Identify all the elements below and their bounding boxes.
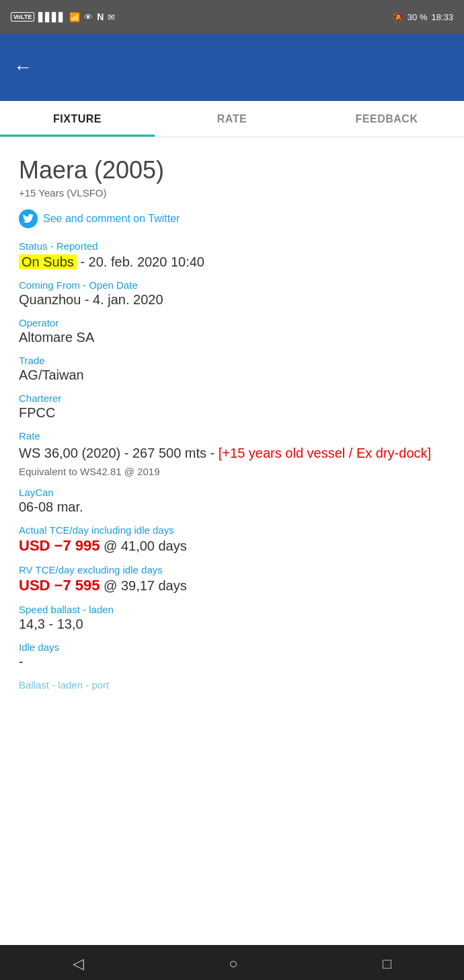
main-content: Maera (2005) +15 Years (VLSFO) See and c… <box>0 137 464 945</box>
idle-days-label: Idle days <box>19 641 445 653</box>
operator-label: Operator <box>19 317 445 328</box>
home-nav-button[interactable]: ○ <box>229 955 237 973</box>
battery-text: 30 % <box>408 12 428 22</box>
rate-equiv: Equivalent to WS42.81 @ 2019 <box>19 466 445 477</box>
idle-days-value: - <box>19 654 445 670</box>
rv-tce-value-line: USD −7 595 @ 39,17 days <box>19 577 445 594</box>
tab-rate[interactable]: RATE <box>155 101 309 137</box>
rate-red-text: [+15 years old vessel / Ex dry-dock] <box>219 446 431 460</box>
wifi-icon: 📶 <box>69 12 80 22</box>
rate-label: Rate <box>19 430 445 442</box>
time-text: 18:33 <box>431 12 453 22</box>
vessel-title: Maera (2005) <box>19 156 445 184</box>
laycan-label: LayCan <box>19 487 445 498</box>
twitter-link-text: See and comment on Twitter <box>43 213 180 225</box>
mute-icon: 🔕 <box>393 12 403 22</box>
on-subs-line: On Subs - 20. feb. 2020 10:40 <box>19 254 445 270</box>
charterer-label: Charterer <box>19 392 445 404</box>
twitter-link[interactable]: See and comment on Twitter <box>19 209 445 228</box>
rv-tce-value: USD −7 595 <box>19 577 100 594</box>
charterer-value: FPCC <box>19 405 445 421</box>
status-bar: VoLTE ▋▋▋▋ 📶 👁 N ✉ 🔕 30 % 18:33 <box>0 0 464 34</box>
tabs-container: FIXTURE RATE FEEDBACK <box>0 101 464 137</box>
on-subs-badge: On Subs <box>19 254 77 269</box>
status-label: Status - Reported <box>19 240 445 252</box>
eye-icon: 👁 <box>84 12 93 22</box>
trade-label: Trade <box>19 355 445 366</box>
speed-value: 14,3 - 13,0 <box>19 617 445 632</box>
nfc-icon: N <box>97 11 104 22</box>
actual-tce-days: @ 41,00 days <box>100 538 186 553</box>
rate-value: WS 36,00 (2020) - 267 500 mts - [+15 yea… <box>19 443 445 463</box>
tab-fixture[interactable]: FIXTURE <box>0 101 155 137</box>
status-right: 🔕 30 % 18:33 <box>393 12 453 22</box>
laycan-value: 06-08 mar. <box>19 499 445 515</box>
actual-tce-label: Actual TCE/day including idle days <box>19 524 445 536</box>
tab-feedback[interactable]: FEEDBACK <box>309 101 464 137</box>
coming-from-label: Coming From - Open Date <box>19 279 445 291</box>
twitter-icon <box>19 209 38 228</box>
ballast-label: Ballast - laden - port <box>19 679 445 691</box>
volte-badge: VoLTE <box>11 12 34 22</box>
back-button[interactable]: ← <box>13 57 32 78</box>
rv-tce-days: @ 39,17 days <box>100 578 186 593</box>
on-subs-date: - 20. feb. 2020 10:40 <box>77 254 204 269</box>
signal-icon: ▋▋▋▋ <box>38 12 65 22</box>
recent-nav-button[interactable]: □ <box>383 955 391 973</box>
trade-value: AG/Taiwan <box>19 368 445 383</box>
speed-label: Speed ballast - laden <box>19 604 445 615</box>
coming-from-value: Quanzhou - 4. jan. 2020 <box>19 292 445 308</box>
vessel-subtitle: +15 Years (VLSFO) <box>19 187 445 199</box>
actual-tce-value-line: USD −7 995 @ 41,00 days <box>19 537 445 555</box>
whatsapp-icon: ✉ <box>108 12 115 22</box>
rate-main-text: WS 36,00 (2020) - 267 500 mts - <box>19 446 219 460</box>
rv-tce-label: RV TCE/day excluding idle days <box>19 564 445 575</box>
top-nav-bar: ← <box>0 34 464 101</box>
back-nav-button[interactable]: ◁ <box>73 955 84 973</box>
status-left: VoLTE ▋▋▋▋ 📶 👁 N ✉ <box>11 11 115 22</box>
actual-tce-value: USD −7 995 <box>19 537 100 554</box>
operator-value: Altomare SA <box>19 330 445 345</box>
bottom-nav: ◁ ○ □ <box>0 945 464 980</box>
